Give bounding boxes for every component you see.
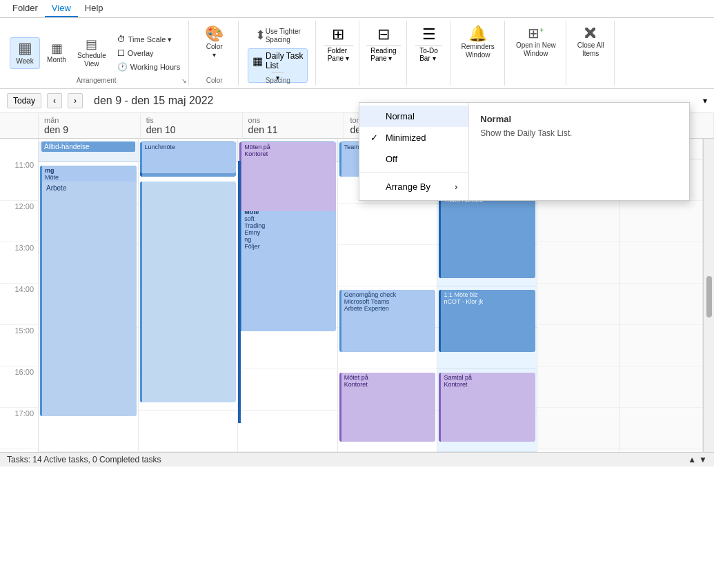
day-date-mon: den 9 — [44, 124, 135, 135]
folder-pane-button[interactable]: ⊞ FolderPane ▾ — [323, 23, 353, 63]
thu-purple-label: Mötet påKontoret — [344, 374, 433, 388]
dropdown-item-normal[interactable]: Normal — [359, 106, 468, 127]
time-slot-1200: 12:00 — [0, 201, 38, 242]
working-hours-button[interactable]: 🕐 Working Hours — [115, 61, 184, 73]
week-icon: ▦ — [18, 41, 32, 56]
mon-big-event[interactable]: Arbete — [40, 182, 137, 416]
arrange-by-arrow-icon: › — [455, 182, 457, 192]
fri-purple-event[interactable]: Samtal påKontoret — [439, 373, 535, 442]
dropdown-off-label: Off — [386, 154, 397, 164]
close-all-items-button[interactable]: 🗙 Close AllItems — [573, 23, 608, 61]
ribbon-group-reminders: 🔔 RemindersWindow — [452, 21, 505, 86]
sun-1400 — [620, 284, 702, 325]
status-scroll-up[interactable]: ▲ — [688, 455, 696, 464]
reminders-button[interactable]: 🔔 RemindersWindow — [457, 23, 499, 62]
close-all-label: Close AllItems — [577, 41, 604, 58]
folder-pane-bottom[interactable]: FolderPane ▾ — [324, 46, 353, 63]
status-scroll-down[interactable]: ▼ — [699, 455, 707, 464]
sat-1200 — [537, 201, 619, 242]
arrangement-small-btns: ⏱ Time Scale ▾ ☐ Overlay 🕐 Working Hours — [115, 33, 184, 73]
day-date-tue: den 10 — [146, 124, 237, 135]
dropdown-item-off[interactable]: Off — [359, 148, 468, 170]
mon-allday-event-1[interactable]: Alltid-händelse — [41, 141, 135, 152]
status-text: Tasks: 14 Active tasks, 0 Completed task… — [7, 455, 161, 464]
next-button[interactable]: › — [68, 93, 83, 108]
overlay-button[interactable]: ☐ Overlay — [115, 47, 184, 59]
time-header — [0, 113, 39, 138]
tab-folder[interactable]: Folder — [6, 0, 45, 17]
todo-bar-top[interactable]: ☰ — [418, 23, 440, 46]
month-icon: ▦ — [51, 42, 63, 55]
tighter-spacing-icon: ⬍ — [255, 29, 266, 41]
color-group-label: Color — [190, 77, 238, 84]
reminders-label: RemindersWindow — [462, 43, 495, 59]
dropdown-item-arrange-by[interactable]: Arrange By › — [359, 176, 468, 197]
ribbon-group-reading-pane: ⊟ ReadingPane ▾ — [361, 21, 406, 86]
reading-pane-label: ReadingPane ▾ — [370, 47, 396, 62]
folder-pane-top[interactable]: ⊞ — [328, 23, 348, 46]
vertical-scrollbar[interactable] — [703, 139, 714, 452]
wed-meeting-sub: soft — [244, 215, 333, 222]
cal-col-mon: Alltid-händelse mg Möte Arbete — [39, 139, 139, 452]
expand-icon[interactable]: ▾ — [703, 96, 707, 106]
sat-1400 — [537, 284, 619, 325]
tab-help[interactable]: Help — [78, 0, 110, 17]
daily-task-list-top[interactable]: ▦ Daily TaskList — [248, 49, 307, 72]
sat-1500 — [537, 325, 619, 366]
week-button[interactable]: ▦ Week — [10, 37, 40, 69]
time-scale-button[interactable]: ⏱ Time Scale ▾ — [115, 33, 184, 46]
todo-bar-button[interactable]: ☰ To-DoBar ▾ — [414, 23, 444, 63]
fri-1400-label: 1:1 Möte biznCOT - Klor jk — [444, 291, 533, 305]
spacing-label: Spacing — [240, 77, 315, 84]
thu-purple-event[interactable]: Mötet påKontoret — [339, 373, 436, 442]
reading-pane-button[interactable]: ⊟ ReadingPane ▾ — [366, 23, 400, 63]
arrangement-label: Arrangement — [4, 77, 188, 84]
sat-1300 — [537, 242, 619, 284]
working-hours-label: Working Hours — [130, 63, 181, 71]
status-bar: Tasks: 14 Active tasks, 0 Completed task… — [0, 452, 714, 467]
tue-big-event[interactable] — [140, 182, 237, 402]
time-scale-icon: ⏱ — [117, 35, 126, 44]
time-column: 11:00 12:00 13:00 14:00 15:00 16:00 17:0… — [0, 139, 39, 452]
daily-task-list-label: Daily TaskList — [266, 51, 303, 70]
today-button[interactable]: Today — [7, 93, 41, 108]
cal-col-tue: Alltid T1 Framsteg Lunchmöte — [139, 139, 239, 452]
todo-bar-bottom[interactable]: To-DoBar ▾ — [415, 46, 442, 63]
thu-event-1400[interactable]: Genomgång checkMicrosoft TeamsArbete Exp… — [339, 290, 436, 352]
color-button[interactable]: 🎨 Color▾ — [199, 23, 230, 62]
reading-pane-top[interactable]: ⊟ — [373, 23, 394, 46]
open-new-window-icon: ⊞+ — [528, 26, 544, 40]
working-hours-icon: 🕐 — [117, 62, 128, 72]
reading-pane-bottom[interactable]: ReadingPane ▾ — [366, 46, 400, 63]
wed-meeting[interactable]: Möte soft Trading Emny ng Följer — [239, 207, 336, 331]
tooltip-desc: Show the Daily Task List. — [480, 128, 678, 138]
open-new-window-button[interactable]: ⊞+ Open in NewWindow — [512, 23, 560, 61]
wed-purple-event[interactable]: Möten påKontoret — [239, 142, 336, 211]
mon-1700 — [39, 411, 138, 452]
tab-view[interactable]: View — [45, 0, 78, 17]
sat-1600 — [537, 366, 619, 408]
wed-1700 — [238, 411, 337, 452]
dropdown-divider — [359, 173, 468, 173]
arrangement-expand-icon[interactable]: ↘ — [181, 77, 187, 84]
minimized-check: ✓ — [370, 133, 380, 143]
use-tighter-spacing-button[interactable]: ⬍ Use TighterSpacing — [248, 23, 308, 47]
month-button[interactable]: ▦ Month — [41, 39, 72, 67]
status-scroll-controls: ▲ ▼ — [688, 455, 707, 464]
day-date-wed: den 11 — [248, 124, 339, 135]
wed-1600: Möten påKontoret — [238, 369, 337, 411]
time-slot-1500: 15:00 — [0, 325, 38, 366]
time-slot-1600: 16:00 — [0, 366, 38, 408]
sat-1700 — [537, 408, 619, 449]
schedule-view-button[interactable]: ▤ ScheduleView — [73, 35, 110, 71]
day-name-wed: ons — [248, 116, 339, 124]
fri-event-1400[interactable]: 1:1 Möte biznCOT - Klor jk — [439, 290, 535, 352]
prev-button[interactable]: ‹ — [47, 93, 62, 108]
tue-event-1700[interactable]: Lunchmöte — [140, 142, 237, 173]
scrollbar-thumb[interactable] — [706, 276, 712, 317]
time-scale-label: Time Scale ▾ — [128, 35, 172, 44]
dropdown-item-minimized[interactable]: ✓ Minimized — [359, 127, 468, 148]
arrangement-buttons: ▦ Week ▦ Month ▤ ScheduleView ⏱ Time Sca… — [10, 23, 183, 83]
sun-1300 — [620, 242, 702, 284]
tue-1700: Lunchmöte — [139, 411, 238, 452]
